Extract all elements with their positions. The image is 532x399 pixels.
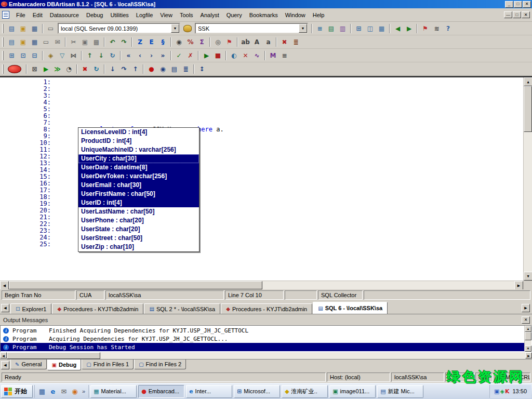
tray-clock[interactable]: 13:50 (512, 388, 527, 394)
next-record-icon[interactable]: › (146, 50, 157, 61)
scroll-down-button[interactable]: ▼ (524, 272, 532, 281)
menu-item[interactable]: Edit (29, 11, 46, 19)
restart-icon[interactable]: ↻ (91, 64, 102, 74)
menu-item[interactable]: Bookmarks (246, 11, 282, 19)
uppercase-icon[interactable]: A (251, 37, 262, 47)
scroll-left-button[interactable]: ◀ (0, 281, 9, 290)
zoom-icon[interactable]: ◎ (212, 37, 223, 47)
previous-record-icon[interactable]: ‹ (135, 50, 145, 61)
toolbar-grip[interactable] (2, 64, 4, 74)
scroll-right-button[interactable]: ▶ (525, 352, 532, 358)
output-tab[interactable]: ✎ General (10, 360, 47, 369)
debugger-datasource-icon[interactable] (8, 65, 21, 73)
taskbar-window-button[interactable]: ▣ image011... (329, 385, 376, 398)
filter-icon[interactable]: ▽ (57, 50, 68, 61)
locals-icon[interactable]: ▤ (169, 64, 180, 74)
input-method-icon[interactable]: ▣ (494, 388, 499, 395)
run-to-cursor-icon[interactable]: ≫ (52, 64, 63, 74)
output-tab[interactable]: ▢ Find in Files 1 (82, 360, 134, 369)
session-monitor-icon[interactable]: ◐ (229, 50, 240, 61)
sum-icon[interactable]: Σ (196, 37, 207, 47)
script-library-icon[interactable]: ▤ (326, 23, 337, 34)
save-icon[interactable]: ▦ (29, 37, 40, 47)
spell-check-icon[interactable]: ab (240, 37, 251, 47)
save-icon[interactable]: ▦ (29, 23, 40, 34)
scrollbar-thumb[interactable] (525, 332, 531, 340)
copy-icon[interactable]: ▣ (79, 37, 90, 47)
scrollbar-thumb[interactable] (524, 86, 532, 132)
last-record-icon[interactable]: » (157, 50, 168, 61)
execute-icon[interactable]: ▶ (201, 50, 212, 61)
menu-item[interactable]: Help (309, 11, 328, 19)
paste-icon[interactable]: ▩ (91, 37, 102, 47)
print-icon[interactable]: ▭ (41, 37, 51, 47)
document-tab[interactable]: ◆ Procedures - KYJT\db2admin (52, 303, 143, 314)
editor-vertical-scrollbar[interactable]: ▲ ▼ (523, 77, 532, 281)
document-tab[interactable]: ▤ SQL 2 * - \local\SSK\sa (144, 303, 220, 314)
output-message-row[interactable]: i Program Finished Acquiring Dependencie… (1, 326, 524, 335)
quick-launch-overflow-icon[interactable]: » (81, 388, 86, 394)
autocomplete-item[interactable]: UserFirstName : char[50] (78, 190, 199, 198)
attach-session-icon[interactable]: ⊠ (29, 64, 40, 74)
statistics-icon[interactable]: ∿ (251, 50, 262, 61)
menu-item[interactable]: File (12, 11, 29, 19)
new-window-icon[interactable]: ⊞ (353, 23, 364, 34)
toolbar-grip[interactable] (2, 51, 4, 60)
scrollbar-thumb[interactable] (9, 281, 262, 289)
outlook-icon[interactable]: ✉ (59, 386, 69, 396)
scrollbar-track[interactable] (9, 281, 514, 289)
scroll-up-button[interactable]: ▲ (524, 77, 532, 86)
max-rows-icon[interactable]: M (268, 50, 278, 61)
menu-item[interactable]: Analyst (197, 11, 223, 19)
dropdown-arrow-icon[interactable]: ▼ (171, 24, 179, 33)
autocomplete-item[interactable]: UserZip : char[10] (78, 243, 199, 251)
autocomplete-item[interactable]: UserDate : datetime[8] (78, 163, 199, 172)
document-tab[interactable]: ▤ SQL 6 - \local\SSK\sa (313, 302, 388, 314)
kill-session-icon[interactable]: ✕ (240, 50, 251, 61)
mdi-minimize-button[interactable]: — (504, 11, 512, 18)
views-icon[interactable]: ⊡ (18, 50, 29, 61)
antivirus-icon[interactable]: ◈ (500, 388, 504, 395)
ddl-editor-icon[interactable]: E (146, 37, 157, 47)
sql-script-icon[interactable]: § (157, 37, 168, 47)
close-output-button[interactable]: ✕ (522, 316, 530, 324)
locks-icon[interactable]: ◈ (45, 50, 56, 61)
undo-icon[interactable]: ↶ (107, 37, 118, 47)
menu-item[interactable]: Tools (176, 11, 197, 19)
autocomplete-item[interactable]: UserStreet : char[50] (78, 234, 199, 243)
delete-icon[interactable]: ✖ (279, 37, 290, 47)
lowercase-icon[interactable]: a (263, 37, 274, 47)
open-icon[interactable]: ▣ (18, 37, 29, 47)
taskbar-window-button[interactable]: ⊞ Microsof... (234, 385, 280, 398)
menu-item[interactable]: Logfile (132, 11, 156, 19)
output-message-row[interactable]: i Program Acquiring Dependencies for KYJ… (1, 335, 524, 343)
cut-icon[interactable]: ✂ (68, 37, 79, 47)
mdi-document-icon[interactable] (2, 11, 9, 19)
output-tab[interactable]: ▣ Debug (47, 360, 82, 370)
menu-item[interactable]: Window (282, 11, 309, 19)
mdi-close-button[interactable]: ✕ (522, 11, 530, 18)
show-desktop-icon[interactable]: ▦ (37, 386, 47, 396)
navigate-forward-icon[interactable]: ▶ (404, 23, 415, 34)
autocomplete-item[interactable]: UserPhone : char[20] (78, 216, 199, 225)
project-icon[interactable]: ▥ (337, 23, 348, 34)
maximize-button[interactable]: □ (514, 1, 522, 8)
taskbar-window-button[interactable]: ▤ 新建 Mic... (377, 385, 423, 398)
autocomplete-item[interactable]: UserDevToken : varchar[256] (78, 172, 199, 181)
step-into-icon[interactable]: ↓ (107, 64, 118, 74)
watch-icon[interactable]: ◉ (157, 64, 168, 74)
toolbar-grip[interactable] (2, 24, 4, 33)
menu-item[interactable]: Utilities (107, 11, 132, 19)
datasource-organizer-icon[interactable]: ≡ (314, 23, 325, 34)
taskbar-window-button[interactable]: ● Embarcad... (138, 385, 184, 398)
cancel-execute-icon[interactable]: ■ (212, 50, 223, 61)
pause-icon[interactable]: ◔ (63, 64, 74, 74)
call-stack-icon[interactable]: ≣ (180, 64, 191, 74)
mdi-restore-button[interactable]: □ (513, 11, 521, 18)
internet-explorer-icon[interactable]: e (48, 386, 58, 396)
open-file-icon[interactable]: ▣ (18, 23, 29, 34)
tile-windows-icon[interactable]: ▦ (376, 23, 387, 34)
bookmark-icon[interactable]: ⚑ (420, 23, 431, 34)
step-over-icon[interactable]: ↷ (118, 64, 129, 74)
autocomplete-item[interactable]: UserCity : char[30] (78, 154, 199, 163)
